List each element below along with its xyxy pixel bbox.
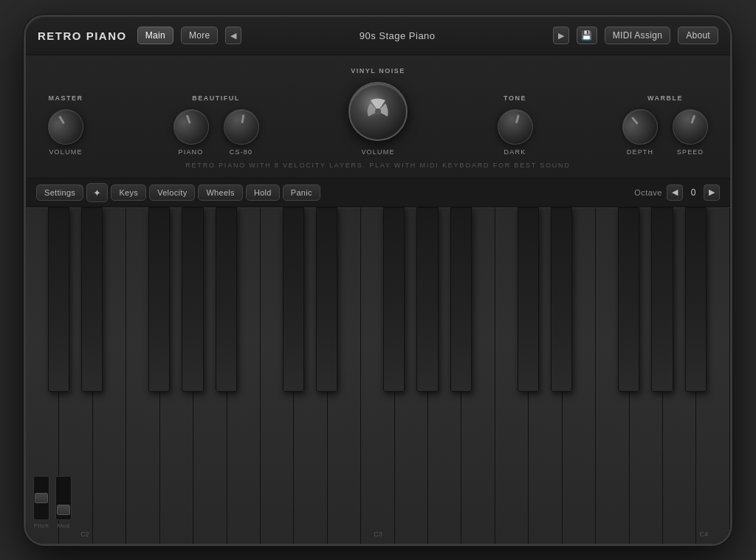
octave-value: 0 [687,187,699,198]
bluetooth-button[interactable]: ✦ [86,183,108,202]
black-key[interactable] [551,207,573,393]
master-label: MASTER [49,94,83,102]
about-button[interactable]: About [678,27,718,44]
c3-label: C3 [374,530,382,538]
black-key[interactable] [651,207,673,393]
mod-slider: Mod [55,476,72,529]
pitch-slider: Pitch [33,476,49,529]
beautiful-label: BEAUTIFUL [192,94,240,102]
keys-button[interactable]: Keys [111,184,146,201]
vinyl-volume-label: VOLUME [361,148,394,156]
black-key[interactable] [618,207,640,393]
octave-control: Octave ◀ 0 ▶ [634,184,720,201]
toolbar: Settings ✦ Keys Velocity Wheels Hold Pan… [26,179,730,207]
black-key[interactable] [81,207,103,393]
octave-down-icon: ◀ [672,187,678,197]
info-text: RETRO PIANO WITH 8 VELOCITY LAYERS. PLAY… [48,162,708,169]
piano-knob[interactable] [168,104,214,150]
wheels-button[interactable]: Wheels [198,184,242,201]
black-key[interactable] [48,207,70,393]
octave-up-button[interactable]: ▶ [704,184,720,201]
mod-label: Mod [57,522,69,529]
black-key[interactable] [216,207,238,393]
piano-knob-item: PIANO [173,109,209,156]
pitch-slider-track[interactable] [33,476,49,520]
bluetooth-icon: ✦ [93,187,101,198]
dark-knob[interactable] [493,105,537,148]
black-key[interactable] [685,207,707,393]
vinyl-noise-group: VINYL NOISE VOLUME [348,67,408,156]
depth-knob-item: DEPTH [622,109,658,156]
black-key[interactable] [182,207,204,393]
warble-group: WARBLE DEPTH SPEED [622,94,708,156]
mod-slider-track[interactable] [55,476,72,520]
master-volume-group: MASTER VOLUME [48,94,83,156]
controls-area: MASTER VOLUME BEAUTIFUL PIANO [26,55,730,179]
keyboard: C2 C3 C4 Pitch Mod [26,207,730,544]
settings-button[interactable]: Settings [36,184,83,201]
main-button[interactable]: Main [137,27,173,44]
master-volume-knob-item: VOLUME [48,109,83,156]
pitch-slider-thumb [35,493,48,503]
arrow-right-icon: ▶ [558,31,564,41]
black-key[interactable] [383,207,405,393]
dark-label: DARK [504,148,526,156]
keyboard-container: C2 C3 C4 Pitch Mod [26,207,730,544]
beautiful-group: BEAUTIFUL PIANO CS-80 [173,94,259,156]
speed-label: SPEED [677,148,704,156]
warble-sub-row: DEPTH SPEED [622,109,708,156]
pitch-mod-area: Pitch Mod [33,476,72,529]
mod-slider-thumb [57,505,70,515]
arrow-left-icon: ◀ [230,31,236,41]
pitch-label: Pitch [34,522,49,529]
black-key[interactable] [148,207,171,393]
vinyl-noise-label: VINYL NOISE [351,67,405,75]
black-key[interactable] [416,207,439,393]
volume-label: VOLUME [49,148,82,156]
black-key[interactable] [450,207,472,393]
black-key[interactable] [283,207,305,393]
warble-label: WARBLE [647,94,683,102]
c4-label: C4 [699,530,708,538]
hold-button[interactable]: Hold [246,184,280,201]
piano-label: PIANO [178,148,203,156]
prev-preset-button[interactable]: ◀ [225,27,241,44]
speed-knob-item: SPEED [673,109,708,156]
more-button[interactable]: More [181,27,219,44]
tone-label: TONE [504,94,526,102]
vinyl-fan-icon [360,93,396,130]
next-preset-button[interactable]: ▶ [553,27,569,44]
save-button[interactable]: 💾 [577,27,597,44]
master-volume-knob[interactable] [41,103,90,151]
svg-point-0 [375,108,381,114]
speed-knob[interactable] [667,104,713,150]
depth-knob[interactable] [615,102,665,152]
dark-knob-item: DARK [498,109,533,156]
midi-assign-button[interactable]: MIDI Assign [605,27,670,44]
beautiful-sub-row: PIANO CS-80 [173,109,259,156]
velocity-button[interactable]: Velocity [149,184,195,201]
octave-up-icon: ▶ [709,187,715,197]
cs80-knob[interactable] [221,106,262,148]
vinyl-noise-knob[interactable] [348,82,408,141]
tone-group: TONE DARK [498,94,533,156]
octave-label: Octave [634,188,662,197]
black-key[interactable] [518,207,540,393]
app-title: RETRO PIANO [38,30,127,42]
cs80-knob-item: CS-80 [224,109,259,156]
header-bar: RETRO PIANO Main More ◀ 90s Stage Piano … [26,17,730,55]
c2-label: C2 [80,530,89,538]
octave-down-button[interactable]: ◀ [667,184,683,201]
depth-label: DEPTH [627,148,654,156]
save-icon: 💾 [581,30,592,41]
cs80-label: CS-80 [230,148,253,156]
preset-name: 90s Stage Piano [249,30,545,41]
black-key[interactable] [316,207,338,393]
panic-button[interactable]: Panic [283,184,320,201]
